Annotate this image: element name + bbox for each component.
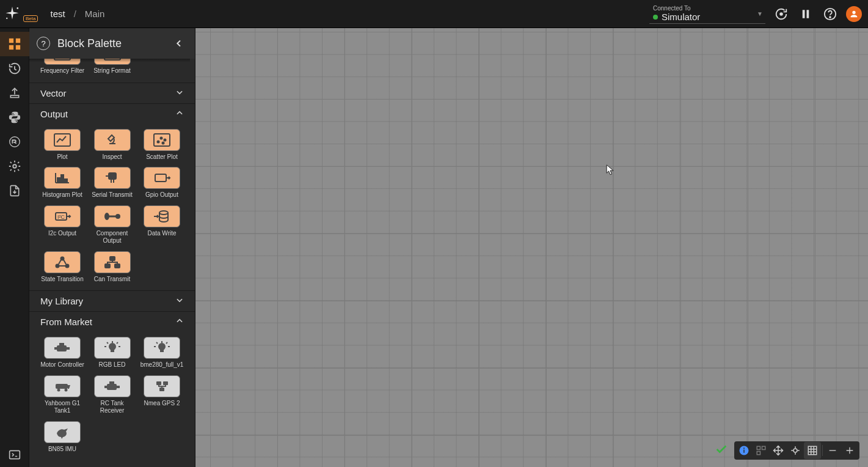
rail-history[interactable] [0, 56, 29, 81]
svg-rect-22 [808, 446, 817, 455]
rail-terminal[interactable] [0, 443, 29, 467]
layout-icon [756, 445, 767, 456]
section-header[interactable]: Output [29, 104, 195, 124]
breadcrumb: test / Main [50, 9, 104, 19]
rail-python[interactable] [0, 105, 29, 130]
palette-block[interactable]: Serial Transmit [88, 167, 137, 199]
rail-save[interactable] [0, 178, 29, 203]
palette-block[interactable]: RC Tank Receiver [88, 375, 137, 415]
breadcrumb-page[interactable]: Main [85, 9, 105, 19]
block-label: Serial Transmit [92, 191, 133, 199]
help-button[interactable] [822, 6, 839, 23]
svg-point-2 [780, 13, 782, 15]
zoom-in-button[interactable] [841, 442, 858, 459]
bulb-icon [144, 337, 180, 359]
connection-selector[interactable]: Connected To Simulator ▼ [649, 4, 765, 24]
palette-help-button[interactable]: ? [37, 37, 50, 50]
palette-block[interactable]: Gpio Output [137, 167, 186, 199]
info-button[interactable] [735, 442, 753, 459]
connection-value: Simulator [662, 12, 700, 22]
section-header[interactable]: My Library [29, 291, 195, 311]
breadcrumb-project[interactable]: test [50, 9, 65, 19]
zoom-out-button[interactable] [824, 442, 841, 459]
block-label: I2c Output [48, 230, 76, 238]
svg-rect-7 [9, 39, 13, 43]
palette-block[interactable]: BN85 IMU [38, 421, 87, 454]
scatter-icon [144, 129, 180, 151]
palette-block[interactable]: Data Write [137, 205, 186, 245]
svg-rect-3 [803, 10, 805, 18]
bird-icon [44, 421, 81, 443]
layout-button[interactable] [753, 442, 770, 459]
rail-export[interactable] [0, 81, 29, 105]
user-avatar[interactable] [846, 6, 862, 22]
palette-block[interactable]: Frequency Filter [38, 59, 87, 75]
palette-block[interactable]: Yahboom G1 Tank1 [38, 375, 87, 415]
grid-toggle-icon [807, 445, 818, 456]
gear-icon [8, 160, 21, 173]
chevron-up-icon [175, 317, 184, 327]
breadcrumb-separator: / [74, 9, 76, 19]
block-label: Can Transmit [94, 276, 130, 284]
help-icon [823, 7, 837, 21]
rail-blocks[interactable] [0, 32, 29, 56]
chevron-up-icon [175, 109, 184, 119]
microscope-icon [94, 129, 131, 151]
python-icon [8, 111, 21, 124]
palette-block[interactable]: Plot [38, 129, 87, 161]
palette-block[interactable]: I2c Output [38, 205, 87, 245]
palette-block[interactable]: State Transition [38, 251, 87, 284]
palette-block[interactable]: String Format [88, 59, 137, 75]
palette-block[interactable]: RGB LED [88, 337, 137, 369]
rail-settings[interactable] [0, 154, 29, 178]
svg-point-17 [743, 447, 745, 449]
block-palette-panel: ? Block Palette Frequency FilterString F… [29, 28, 195, 467]
palette-block[interactable]: bme280_full_v1 [137, 337, 186, 369]
palette-block[interactable]: Component Output [88, 205, 137, 245]
palette-block[interactable]: Histogram Plot [38, 167, 87, 199]
section-header[interactable]: From Market [29, 312, 195, 332]
app-logo[interactable]: Beta [4, 6, 38, 23]
svg-rect-8 [15, 39, 20, 43]
palette-block[interactable]: Can Transmit [88, 251, 137, 284]
status-dot-icon [653, 15, 658, 20]
plus-icon [845, 446, 855, 455]
palette-block[interactable]: Nmea GPS 2 [137, 375, 186, 415]
block-label: Data Write [147, 230, 176, 238]
gps-icon [144, 375, 180, 397]
rail-rust[interactable] [0, 130, 29, 154]
block-label: bme280_full_v1 [140, 361, 184, 369]
pause-icon [800, 9, 811, 20]
svg-rect-11 [10, 95, 18, 97]
pause-button[interactable] [797, 6, 814, 23]
svg-rect-20 [757, 452, 760, 455]
sync-button[interactable] [773, 6, 790, 23]
palette-title: Block Palette [57, 37, 163, 50]
svg-point-13 [13, 164, 16, 168]
palette-block[interactable]: Scatter Plot [137, 129, 186, 161]
canvas[interactable] [195, 28, 868, 467]
svg-rect-10 [15, 45, 20, 50]
chevron-down-icon [175, 88, 184, 98]
person-icon [849, 9, 859, 19]
canvas-toolbar [715, 441, 859, 460]
triad-icon [44, 251, 81, 273]
block-label: Scatter Plot [146, 153, 178, 161]
palette-collapse-button[interactable] [170, 35, 188, 52]
left-rail [0, 28, 29, 467]
sync-icon [775, 7, 788, 21]
palette-block[interactable]: Inspect [88, 129, 137, 161]
move-button[interactable] [770, 442, 787, 459]
svg-point-1 [6, 17, 7, 18]
section-title: Output [40, 109, 68, 119]
grid-toggle-button[interactable] [804, 442, 821, 459]
block-label: Histogram Plot [42, 191, 82, 199]
section-header[interactable]: Vector [29, 83, 195, 103]
text-icon [94, 59, 131, 65]
block-label: Motor Controller [40, 361, 84, 369]
center-button[interactable] [787, 442, 804, 459]
palette-scroll[interactable]: Frequency FilterString FormatVectorOutpu… [29, 59, 195, 467]
grid-icon [8, 37, 21, 51]
palette-block[interactable]: Motor Controller [38, 337, 87, 369]
line-chart-icon [44, 129, 81, 151]
